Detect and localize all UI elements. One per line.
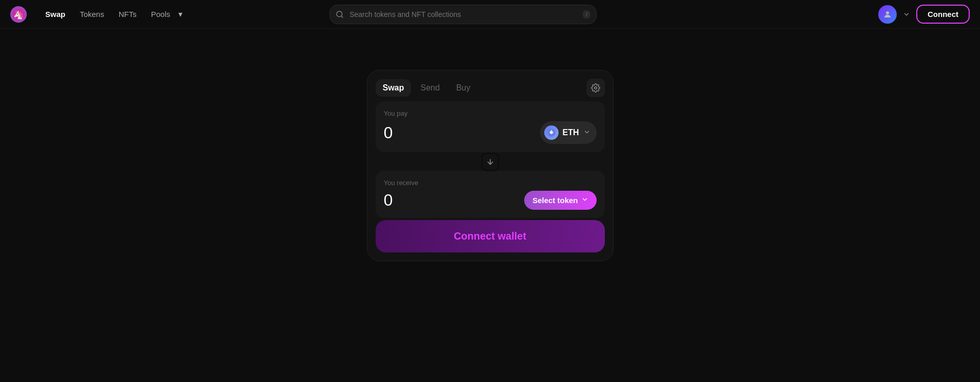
pay-input-row: 0 ETH xyxy=(384,121,597,144)
tab-send[interactable]: Send xyxy=(413,79,447,97)
select-token-button[interactable]: Select token xyxy=(524,191,596,210)
user-avatar-button[interactable] xyxy=(878,5,897,24)
search-input[interactable] xyxy=(329,5,597,24)
tab-list: Swap Send Buy xyxy=(376,79,586,97)
connect-button[interactable]: Connect xyxy=(916,5,970,24)
uniswap-logo[interactable]: 🦄 xyxy=(10,6,27,23)
settings-button[interactable] xyxy=(586,79,605,97)
swap-tabs: Swap Send Buy xyxy=(376,79,605,97)
account-chevron-icon[interactable] xyxy=(901,9,912,20)
nav-pools[interactable]: Pools xyxy=(145,7,177,22)
search-icon xyxy=(336,10,344,19)
pay-amount[interactable]: 0 xyxy=(384,123,393,142)
search-bar: / xyxy=(329,5,597,24)
receive-input-row: 0 Select token xyxy=(384,191,597,210)
nav-right: Connect xyxy=(878,5,970,24)
svg-point-4 xyxy=(886,11,889,14)
pay-panel: You pay 0 ETH xyxy=(376,101,605,152)
select-token-label: Select token xyxy=(532,196,578,205)
eth-icon xyxy=(544,125,559,140)
eth-token-chevron-icon xyxy=(583,129,590,137)
main-content: Swap Send Buy You pay 0 xyxy=(0,29,980,261)
nav-more-chevron[interactable]: ▾ xyxy=(178,9,182,19)
svg-text:🦄: 🦄 xyxy=(13,9,24,20)
tab-swap[interactable]: Swap xyxy=(376,79,412,97)
svg-line-3 xyxy=(341,16,343,17)
receive-label: You receive xyxy=(384,179,597,187)
navbar: 🦄 Swap Tokens NFTs Pools ▾ / xyxy=(0,0,980,29)
swap-divider xyxy=(376,153,605,171)
receive-amount: 0 xyxy=(384,191,393,210)
connect-wallet-button[interactable]: Connect wallet xyxy=(376,220,605,252)
pay-label: You pay xyxy=(384,110,597,117)
swap-direction-button[interactable] xyxy=(481,153,500,171)
nav-links: Swap Tokens NFTs Pools ▾ xyxy=(39,7,182,22)
select-token-chevron-icon xyxy=(581,196,588,205)
tab-buy[interactable]: Buy xyxy=(449,79,478,97)
nav-tokens[interactable]: Tokens xyxy=(73,7,110,22)
search-shortcut-key: / xyxy=(583,10,590,19)
swap-card: Swap Send Buy You pay 0 xyxy=(367,70,614,261)
nav-swap[interactable]: Swap xyxy=(39,7,71,22)
svg-point-5 xyxy=(594,87,597,89)
receive-panel: You receive 0 Select token xyxy=(376,171,605,218)
eth-token-name: ETH xyxy=(563,128,579,137)
nav-nfts[interactable]: NFTs xyxy=(113,7,143,22)
eth-token-selector[interactable]: ETH xyxy=(540,121,597,144)
